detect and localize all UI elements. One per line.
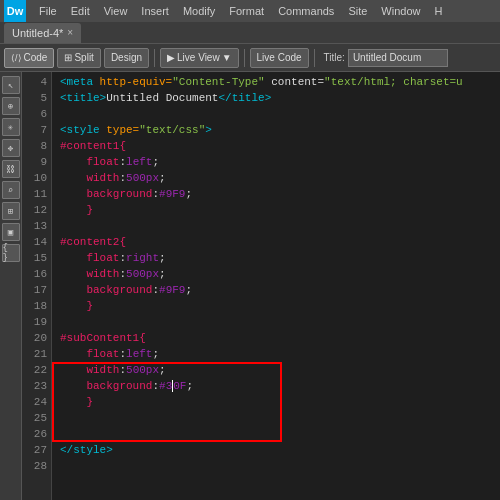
val-500px-3: 500px xyxy=(126,362,159,378)
code-lines-container[interactable]: <meta http-equiv="Content-Type" content=… xyxy=(52,72,500,500)
tag-meta: <meta xyxy=(60,74,100,90)
menu-commands[interactable]: Commands xyxy=(271,3,341,19)
semi-22: ; xyxy=(159,362,166,378)
line-num-24: 24 xyxy=(22,394,47,410)
code-icon: ⟨/⟩ xyxy=(11,53,22,63)
live-icon: ▶ xyxy=(167,52,175,63)
menu-window[interactable]: Window xyxy=(374,3,427,19)
code-line-10: width:500px; xyxy=(60,170,500,186)
line-num-14: 14 xyxy=(22,234,47,250)
indent-11 xyxy=(60,186,86,202)
code-content: 4 5 6 7 8 9 10 11 12 13 14 15 16 17 18 1… xyxy=(22,72,500,500)
code-line-15: float:right; xyxy=(60,250,500,266)
code-line-28 xyxy=(60,458,500,474)
code-line-17: background:#9F9; xyxy=(60,282,500,298)
tab-bar: Untitled-4* × xyxy=(0,22,500,44)
code-line-8: #content1{ xyxy=(60,138,500,154)
line-num-7: 7 xyxy=(22,122,47,138)
tab-label: Untitled-4* xyxy=(12,27,63,39)
tool-table[interactable]: ⊞ xyxy=(2,202,20,220)
semi-23: ; xyxy=(186,378,193,394)
tool-snippet[interactable]: { } xyxy=(2,244,20,262)
tool-insert[interactable]: ⊕ xyxy=(2,97,20,115)
code-line-9: float:left; xyxy=(60,154,500,170)
code-line-22: width:500px; xyxy=(60,362,500,378)
semi-11: ; xyxy=(185,186,192,202)
line-num-9: 9 xyxy=(22,154,47,170)
prop-bg-3: background xyxy=(86,378,152,394)
tab-close-button[interactable]: × xyxy=(67,27,73,38)
colon-17: : xyxy=(152,282,159,298)
tool-zoom[interactable]: ⌕ xyxy=(2,181,20,199)
val-left: left xyxy=(126,154,152,170)
menu-site[interactable]: Site xyxy=(341,3,374,19)
title-input[interactable] xyxy=(348,49,448,67)
line-num-12: 12 xyxy=(22,202,47,218)
menu-modify[interactable]: Modify xyxy=(176,3,222,19)
code-line-23: background:#30F; xyxy=(60,378,500,394)
menu-format[interactable]: Format xyxy=(222,3,271,19)
live-view-button[interactable]: ▶ Live View ▼ xyxy=(160,48,239,68)
indent-18 xyxy=(60,298,86,314)
line-num-5: 5 xyxy=(22,90,47,106)
colon-15: : xyxy=(119,250,126,266)
tool-link[interactable]: ⛓ xyxy=(2,160,20,178)
semi-16: ; xyxy=(159,266,166,282)
val-30f-b: 0F xyxy=(173,378,186,394)
semi-17: ; xyxy=(185,282,192,298)
indent-15 xyxy=(60,250,86,266)
tag-style-end: </style> xyxy=(60,442,113,458)
prop-float-2: float xyxy=(86,250,119,266)
open-brace-3: { xyxy=(139,330,146,346)
line-num-28: 28 xyxy=(22,458,47,474)
attr-content: content= xyxy=(265,74,324,90)
tool-media[interactable]: ▣ xyxy=(2,223,20,241)
open-brace-2: { xyxy=(119,234,126,250)
line-num-11: 11 xyxy=(22,186,47,202)
code-line-16: width:500px; xyxy=(60,266,500,282)
menu-bar: File Edit View Insert Modify Format Comm… xyxy=(32,3,449,19)
menu-file[interactable]: File xyxy=(32,3,64,19)
semi-15: ; xyxy=(159,250,166,266)
code-line-13 xyxy=(60,218,500,234)
prop-bg-1: background xyxy=(86,186,152,202)
line-num-17: 17 xyxy=(22,282,47,298)
selector-content2: #content2 xyxy=(60,234,119,250)
line-num-13: 13 xyxy=(22,218,47,234)
menu-insert[interactable]: Insert xyxy=(134,3,176,19)
line-numbers: 4 5 6 7 8 9 10 11 12 13 14 15 16 17 18 1… xyxy=(22,72,52,500)
document-tab[interactable]: Untitled-4* × xyxy=(4,23,81,43)
val-30f: #3 xyxy=(159,378,172,394)
code-view-button[interactable]: ⟨/⟩ Code xyxy=(4,48,54,68)
prop-width: width xyxy=(86,170,119,186)
open-brace-1: { xyxy=(119,138,126,154)
val-500px: 500px xyxy=(126,170,159,186)
code-line-20: #subContent1{ xyxy=(60,330,500,346)
tag-title-close: </title> xyxy=(218,90,271,106)
val-right: right xyxy=(126,250,159,266)
live-view-label: Live View xyxy=(177,52,220,63)
code-line-24: } xyxy=(60,394,500,410)
line-num-10: 10 xyxy=(22,170,47,186)
colon-23: : xyxy=(152,378,159,394)
tool-arrow[interactable]: ↖ xyxy=(2,76,20,94)
tool-move[interactable]: ✥ xyxy=(2,139,20,157)
tool-star[interactable]: ✳ xyxy=(2,118,20,136)
semi-21: ; xyxy=(152,346,159,362)
colon-9: : xyxy=(119,154,126,170)
tag-title: <title> xyxy=(60,90,106,106)
code-line-11: background:#9F9; xyxy=(60,186,500,202)
code-btn-label: Code xyxy=(24,52,48,63)
indent-21 xyxy=(60,346,86,362)
menu-edit[interactable]: Edit xyxy=(64,3,97,19)
menu-help[interactable]: H xyxy=(427,3,449,19)
prop-width-3: width xyxy=(86,362,119,378)
indent-24 xyxy=(60,394,86,410)
menu-view[interactable]: View xyxy=(97,3,135,19)
title-text: Untitled Document xyxy=(106,90,218,106)
live-code-button[interactable]: Live Code xyxy=(250,48,309,68)
split-view-button[interactable]: ⊞ Split xyxy=(57,48,100,68)
design-view-button[interactable]: Design xyxy=(104,48,149,68)
colon-10: : xyxy=(119,170,126,186)
val-500px-2: 500px xyxy=(126,266,159,282)
